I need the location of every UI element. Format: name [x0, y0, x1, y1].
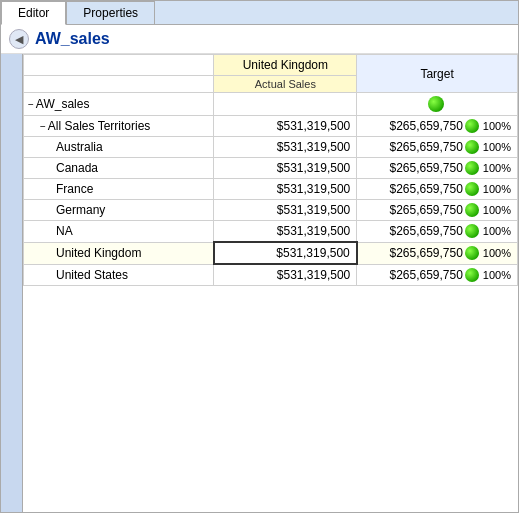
row-label: − All Sales Territories	[24, 116, 214, 137]
target-cell: $265,659,750100%	[357, 179, 518, 200]
target-value: $265,659,750	[389, 140, 462, 154]
main-window: Editor Properties ◀ AW_sales United King…	[0, 0, 519, 513]
green-indicator	[465, 246, 479, 260]
row-label: United Kingdom	[24, 242, 214, 264]
row-label: France	[24, 179, 214, 200]
expand-icon[interactable]: −	[28, 99, 34, 110]
green-indicator	[465, 203, 479, 217]
green-indicator	[465, 268, 479, 282]
row-label: Australia	[24, 137, 214, 158]
table-area[interactable]: United Kingdom Target Actual Sales − AW_…	[23, 54, 518, 512]
target-column-header: Target	[357, 55, 518, 93]
target-cell: $265,659,750100%	[357, 242, 518, 264]
uk-value-cell: $531,319,500	[214, 179, 357, 200]
uk-value-cell: $531,319,500	[214, 242, 357, 264]
uk-value-cell: $531,319,500	[214, 116, 357, 137]
left-sidebar	[1, 54, 23, 512]
green-indicator	[465, 140, 479, 154]
green-indicator	[465, 224, 479, 238]
uk-value-cell: $531,319,500	[214, 200, 357, 221]
target-cell: $265,659,750100%	[357, 264, 518, 286]
target-cell: $265,659,750100%	[357, 221, 518, 243]
row-label: Canada	[24, 158, 214, 179]
tab-editor[interactable]: Editor	[1, 1, 66, 25]
target-value: $265,659,750	[389, 246, 462, 260]
target-value: $265,659,750	[389, 203, 462, 217]
target-cell: $265,659,750100%	[357, 116, 518, 137]
target-value: $265,659,750	[389, 182, 462, 196]
target-cell: $265,659,750100%	[357, 200, 518, 221]
expand-icon[interactable]: −	[40, 121, 46, 132]
back-button[interactable]: ◀	[9, 29, 29, 49]
target-cell: $265,659,750100%	[357, 158, 518, 179]
main-content: United Kingdom Target Actual Sales − AW_…	[1, 54, 518, 512]
pct-label: 100%	[483, 247, 511, 259]
row-label: − AW_sales	[24, 93, 214, 116]
data-table: United Kingdom Target Actual Sales − AW_…	[23, 54, 518, 286]
uk-value-cell: $531,319,500	[214, 158, 357, 179]
tab-bar: Editor Properties	[1, 1, 518, 25]
uk-subheader: Actual Sales	[214, 76, 357, 93]
pct-label: 100%	[483, 204, 511, 216]
target-cell: $265,659,750100%	[357, 137, 518, 158]
pct-label: 100%	[483, 141, 511, 153]
green-indicator	[465, 119, 479, 133]
pct-label: 100%	[483, 120, 511, 132]
target-value: $265,659,750	[389, 224, 462, 238]
uk-value-cell	[214, 93, 357, 116]
pct-label: 100%	[483, 269, 511, 281]
green-indicator	[428, 96, 444, 112]
row-label: United States	[24, 264, 214, 286]
uk-column-header: United Kingdom	[214, 55, 357, 76]
pct-label: 100%	[483, 183, 511, 195]
target-value: $265,659,750	[389, 268, 462, 282]
tab-properties[interactable]: Properties	[66, 1, 155, 24]
green-indicator	[465, 161, 479, 175]
row-label: NA	[24, 221, 214, 243]
green-indicator	[465, 182, 479, 196]
uk-value-cell: $531,319,500	[214, 221, 357, 243]
row-label: Germany	[24, 200, 214, 221]
header-bar: ◀ AW_sales	[1, 25, 518, 54]
pct-label: 100%	[483, 225, 511, 237]
uk-value-cell: $531,319,500	[214, 264, 357, 286]
target-value: $265,659,750	[389, 161, 462, 175]
target-cell	[357, 93, 518, 116]
page-title: AW_sales	[35, 30, 110, 48]
uk-value-cell: $531,319,500	[214, 137, 357, 158]
target-value: $265,659,750	[389, 119, 462, 133]
pct-label: 100%	[483, 162, 511, 174]
